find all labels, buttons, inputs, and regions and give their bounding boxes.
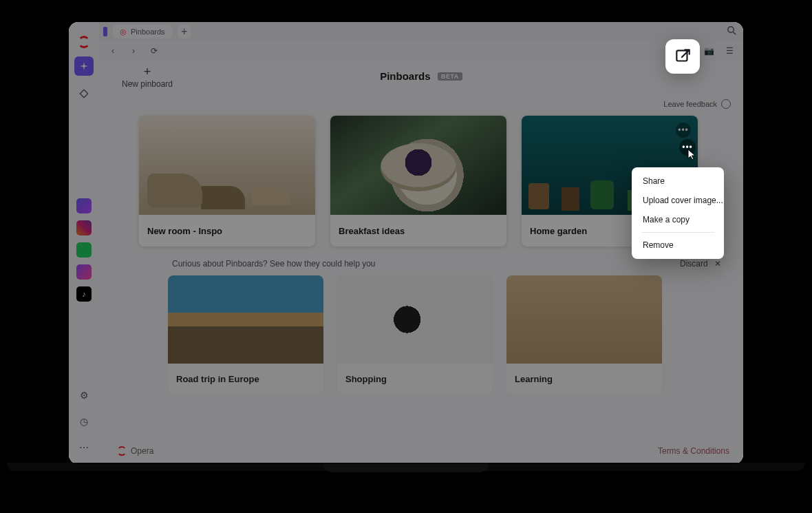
page-content: + New pinboard Pinboards BETA Leave feed…	[99, 61, 743, 464]
pinboard-title: New room - Inspo	[139, 215, 315, 247]
easy-setup-button[interactable]: ☰	[723, 44, 736, 58]
snapshot-button[interactable]: 📷	[702, 44, 716, 58]
back-button[interactable]: ‹	[106, 44, 120, 58]
leave-feedback-link[interactable]: Leave feedback	[663, 99, 731, 109]
svg-rect-3	[676, 50, 687, 61]
laptop-notch	[323, 463, 489, 472]
reload-icon: ⟳	[151, 46, 158, 56]
teaser-card[interactable]: Road trip in Europe	[168, 275, 323, 394]
pinboard-cover-image	[330, 116, 506, 215]
chevron-right-icon: ›	[132, 46, 135, 56]
cursor-icon	[687, 149, 697, 161]
teaser-section: Curious about Pinboards? See how they co…	[168, 259, 725, 394]
smiley-icon	[721, 99, 731, 109]
sidebar-app-instagram[interactable]	[76, 220, 92, 235]
page-title: Pinboards	[380, 70, 430, 82]
forward-button[interactable]: ›	[127, 44, 140, 58]
beta-badge: BETA	[438, 72, 462, 81]
clock-icon: ◷	[80, 416, 88, 427]
teaser-card[interactable]: Learning	[506, 275, 662, 394]
teaser-cover-image	[168, 275, 323, 364]
discard-label: Discard	[680, 259, 708, 269]
gear-icon: ⚙	[80, 390, 89, 401]
pinboard-cover-image	[139, 116, 315, 215]
search-tabs-button[interactable]	[727, 25, 736, 38]
sidebar-app-messenger[interactable]	[76, 264, 92, 280]
teaser-cover-image	[506, 275, 662, 364]
opera-logo-icon	[117, 446, 127, 456]
camera-icon: 📷	[704, 46, 714, 56]
reload-button[interactable]: ⟳	[147, 44, 161, 58]
sidebar-more-button[interactable]: ⋯	[74, 438, 94, 457]
page-footer: Opera Terms & Conditions	[117, 446, 729, 456]
workspace-indicator[interactable]	[103, 27, 107, 36]
sidebar-app-whatsapp[interactable]	[76, 242, 92, 258]
pinboard-context-menu: Share Upload cover image... Make a copy …	[632, 167, 724, 259]
svg-rect-0	[80, 90, 87, 97]
svg-point-1	[728, 27, 734, 32]
left-sidebar: ♪ ⚙ ◷ ⋯	[69, 22, 99, 464]
terms-link[interactable]: Terms & Conditions	[658, 446, 729, 456]
teaser-card[interactable]: Shopping	[337, 275, 493, 394]
sidebar-history-button[interactable]: ◷	[74, 412, 94, 431]
dots-icon: ⋯	[79, 442, 89, 453]
pinboard-icon: ◎	[120, 28, 127, 36]
pinboard-card[interactable]: Breakfast ideas	[330, 116, 506, 247]
new-tab-button[interactable]: +	[178, 25, 191, 39]
tab-label: Pinboards	[131, 28, 165, 36]
share-external-icon	[674, 48, 692, 65]
sidebar-settings-button[interactable]: ⚙	[74, 386, 94, 405]
tab-pinboards[interactable]: ◎ Pinboards	[113, 25, 172, 39]
footer-brand: Opera	[117, 446, 153, 456]
teaser-title: Shopping	[337, 364, 493, 394]
sidebar-app-tiktok[interactable]: ♪	[76, 286, 92, 302]
teaser-discard-button[interactable]: Discard ✕	[680, 259, 721, 269]
pinboard-title: Breakfast ideas	[330, 215, 506, 247]
menu-item-share[interactable]: Share	[632, 171, 724, 191]
feedback-label: Leave feedback	[663, 100, 717, 108]
sidebar-pinboards-button[interactable]	[74, 84, 94, 103]
sidebar-app-1[interactable]	[76, 198, 92, 213]
diamond-icon	[79, 89, 89, 98]
footer-brand-label: Opera	[131, 446, 153, 456]
page-header: Pinboards BETA	[99, 70, 743, 83]
teaser-prompt: Curious about Pinboards? See how they co…	[172, 259, 376, 269]
pinboard-more-button[interactable]: •••	[676, 123, 691, 138]
chevron-left-icon: ‹	[111, 46, 114, 56]
menu-separator	[641, 232, 714, 233]
share-pinboard-button[interactable]	[665, 39, 700, 74]
sparkle-icon	[80, 62, 88, 70]
menu-item-upload-cover[interactable]: Upload cover image...	[632, 191, 724, 210]
more-dots-icon: •••	[678, 125, 689, 135]
pinboard-card[interactable]: New room - Inspo	[139, 116, 315, 247]
teaser-title: Learning	[506, 364, 662, 394]
menu-item-make-copy[interactable]: Make a copy	[632, 210, 724, 229]
menu-item-remove[interactable]: Remove	[632, 235, 724, 255]
toolbar: ‹ › ⟳ 📷 ☰	[99, 41, 743, 61]
pinboard-grid: New room - Inspo Breakfast ideas ••• Hom…	[139, 116, 698, 247]
plus-icon: +	[181, 25, 187, 38]
close-icon: ✕	[714, 259, 721, 269]
sidebar-speed-dial-button[interactable]	[74, 56, 94, 76]
teaser-title: Road trip in Europe	[168, 364, 323, 394]
opera-logo-icon	[78, 36, 90, 48]
search-icon	[727, 25, 736, 35]
tab-strip: ◎ Pinboards +	[99, 22, 743, 41]
teaser-cover-image	[337, 275, 493, 364]
sidebar-messengers: ♪	[69, 198, 99, 302]
sliders-icon: ☰	[726, 46, 734, 56]
svg-line-2	[733, 32, 736, 34]
